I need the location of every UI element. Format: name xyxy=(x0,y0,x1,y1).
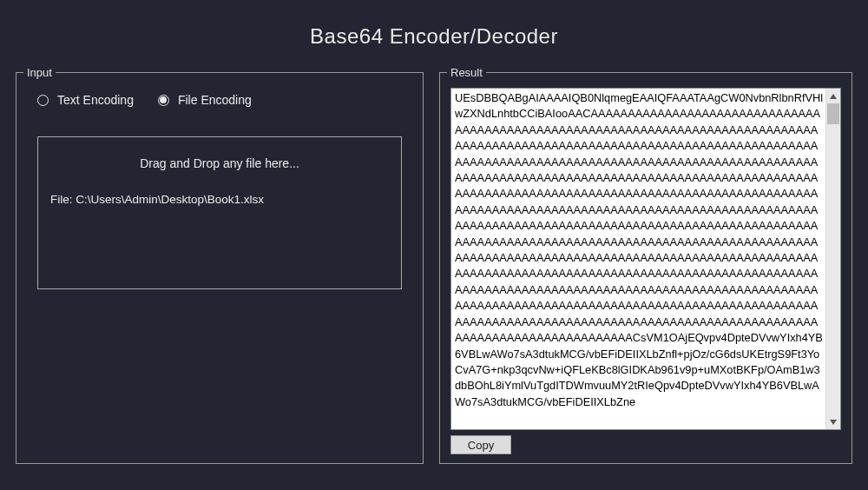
page-title: Base64 Encoder/Decoder xyxy=(0,0,868,66)
radio-text-encoding-label: Text Encoding xyxy=(57,93,134,107)
dropzone-file-path: File: C:\Users\Admin\Desktop\Book1.xlsx xyxy=(47,193,392,206)
dropzone-instruction: Drag and Drop any file here... xyxy=(47,156,392,170)
radio-dot-icon xyxy=(158,95,169,106)
result-panel: Result UEsDBBQABgAIAAAAIQB0NlqmegEAAIQFA… xyxy=(439,66,852,464)
radio-dot-icon xyxy=(37,95,49,106)
file-path-value: C:\Users\Admin\Desktop\Book1.xlsx xyxy=(76,193,264,206)
result-legend: Result xyxy=(447,66,486,79)
radio-text-encoding[interactable]: Text Encoding xyxy=(37,93,134,107)
encoding-mode-radios: Text Encoding File Encoding xyxy=(16,79,423,122)
result-text-content[interactable]: UEsDBBQABgAIAAAAIQB0NlqmegEAAIQFAAATAAgC… xyxy=(451,89,825,429)
input-panel: Input Text Encoding File Encoding Drag a… xyxy=(16,66,424,464)
scrollbar-vertical[interactable] xyxy=(825,89,840,429)
file-dropzone[interactable]: Drag and Drop any file here... File: C:\… xyxy=(37,136,402,289)
result-textbox[interactable]: UEsDBBQABgAIAAAAIQB0NlqmegEAAIQFAAATAAgC… xyxy=(450,88,841,430)
file-prefix: File: xyxy=(50,193,76,206)
copy-button[interactable]: Copy xyxy=(450,435,511,454)
scroll-up-arrow-icon[interactable] xyxy=(826,89,840,103)
scrollbar-thumb[interactable] xyxy=(827,103,839,124)
input-legend: Input xyxy=(23,66,56,79)
scroll-down-arrow-icon[interactable] xyxy=(826,414,840,429)
radio-file-encoding-label: File Encoding xyxy=(178,93,252,107)
radio-file-encoding[interactable]: File Encoding xyxy=(158,93,252,107)
